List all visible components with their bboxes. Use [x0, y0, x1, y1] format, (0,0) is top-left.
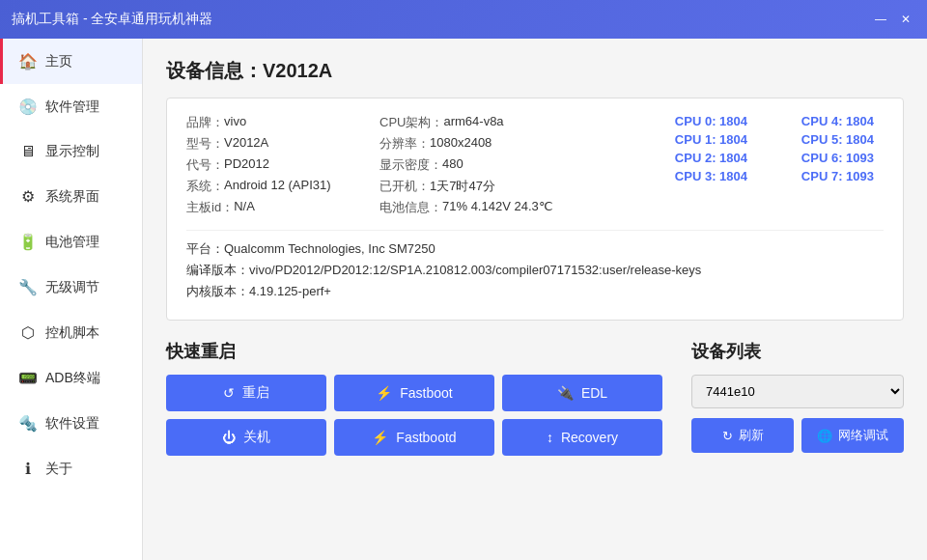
- sidebar-label-software: 软件管理: [45, 98, 99, 116]
- sidebar-item-about[interactable]: ℹ关于: [0, 446, 142, 491]
- main-layout: 🏠主页💿软件管理🖥显示控制⚙系统界面🔋电池管理🔧无级调节⬡控机脚本📟ADB终端🔩…: [0, 39, 927, 560]
- cpu-col-2: CPU 4: 1804CPU 5: 1804CPU 6: 1093CPU 7: …: [757, 114, 884, 220]
- software-icon: 💿: [18, 98, 38, 116]
- reboot-button[interactable]: ↺重启: [166, 375, 326, 411]
- reboot-label: 重启: [242, 384, 269, 402]
- device-select[interactable]: 7441e10: [691, 375, 904, 408]
- device-info-extra: 平台：Qualcomm Technologies, Inc SM7250 编译版…: [186, 230, 884, 300]
- device-field-right-row: 显示密度：480: [379, 156, 631, 174]
- quick-reboot-section: 快速重启 ↺重启⚡Fastboot🔌EDL⏻关机⚡Fastbootd↕Recov…: [166, 340, 662, 456]
- sidebar-item-script[interactable]: ⬡控机脚本: [0, 310, 142, 355]
- refresh-icon: ↻: [722, 429, 733, 443]
- sidebar-item-display[interactable]: 🖥显示控制: [0, 129, 142, 174]
- fastbootd-icon: ⚡: [372, 430, 388, 445]
- adb-icon: 📟: [18, 369, 38, 387]
- titlebar-title: 搞机工具箱 - 全安卓通用玩机神器: [12, 11, 212, 28]
- edl-icon: 🔌: [557, 385, 574, 401]
- device-info-card: 品牌：vivo型号：V2012A代号：PD2012系统：Android 12 (…: [166, 98, 904, 321]
- recovery-button[interactable]: ↕Recovery: [502, 419, 662, 456]
- edl-button[interactable]: 🔌EDL: [502, 375, 662, 411]
- device-fields-right: CPU架构：arm64-v8a分辨率：1080x2408显示密度：480已开机：…: [379, 114, 631, 220]
- sidebar-label-script: 控机脚本: [45, 324, 99, 342]
- cpu-row: CPU 4: 1804: [757, 114, 884, 128]
- sidebar-item-home[interactable]: 🏠主页: [0, 39, 142, 84]
- device-field-row: 代号：PD2012: [186, 156, 379, 174]
- cpu-row: CPU 6: 1093: [757, 151, 884, 165]
- fastboot-label: Fastboot: [400, 385, 452, 401]
- cpu-row: CPU 7: 1093: [757, 169, 884, 183]
- device-field-right-row: 分辨率：1080x2408: [379, 135, 631, 153]
- device-btn-row: ↻ 刷新 🌐 网络调试: [691, 418, 904, 453]
- quick-reboot-title: 快速重启: [166, 340, 662, 363]
- sidebar-label-home: 主页: [45, 53, 72, 70]
- cpu-col-1: CPU 0: 1804CPU 1: 1804CPU 2: 1804CPU 3: …: [631, 114, 757, 220]
- tweaks-icon: 🔧: [18, 278, 38, 296]
- device-field-right-row: CPU架构：arm64-v8a: [379, 114, 631, 131]
- recovery-label: Recovery: [561, 430, 618, 445]
- about-icon: ℹ: [18, 460, 38, 478]
- sidebar: 🏠主页💿软件管理🖥显示控制⚙系统界面🔋电池管理🔧无级调节⬡控机脚本📟ADB终端🔩…: [0, 39, 143, 560]
- fastboot-icon: ⚡: [376, 385, 392, 401]
- refresh-button[interactable]: ↻ 刷新: [691, 418, 794, 453]
- device-field-right-row: 电池信息：71% 4.142V 24.3℃: [379, 199, 631, 216]
- device-field-right-row: 已开机：1天7时47分: [379, 178, 631, 195]
- bottom-section: 快速重启 ↺重启⚡Fastboot🔌EDL⏻关机⚡Fastbootd↕Recov…: [166, 340, 904, 456]
- sidebar-item-settings[interactable]: 🔩软件设置: [0, 401, 142, 446]
- shutdown-label: 关机: [243, 429, 270, 446]
- device-fields-left: 品牌：vivo型号：V2012A代号：PD2012系统：Android 12 (…: [186, 114, 379, 220]
- titlebar: 搞机工具箱 - 全安卓通用玩机神器 — ✕: [0, 0, 927, 39]
- recovery-icon: ↕: [547, 430, 553, 445]
- cpu-row: CPU 2: 1804: [631, 151, 757, 165]
- sidebar-item-software[interactable]: 💿软件管理: [0, 84, 142, 129]
- sidebar-label-about: 关于: [45, 461, 72, 478]
- device-list-section: 设备列表 7441e10 ↻ 刷新 🌐 网络调试: [691, 340, 904, 456]
- refresh-label: 刷新: [739, 427, 764, 444]
- fastbootd-label: Fastbootd: [396, 430, 456, 445]
- reboot-icon: ↺: [223, 385, 235, 401]
- device-field-row: 型号：V2012A: [186, 135, 379, 153]
- cpu-row: CPU 1: 1804: [631, 132, 757, 147]
- sidebar-item-tweaks[interactable]: 🔧无级调节: [0, 265, 142, 310]
- edl-label: EDL: [581, 385, 607, 401]
- titlebar-left: 搞机工具箱 - 全安卓通用玩机神器: [12, 11, 212, 28]
- compiler-info: 编译版本：vivo/PD2012/PD2012:12/SP1A.210812.0…: [186, 262, 884, 279]
- fastbootd-button[interactable]: ⚡Fastbootd: [334, 419, 494, 456]
- shutdown-button[interactable]: ⏻关机: [166, 419, 326, 456]
- minimize-button[interactable]: —: [871, 10, 890, 29]
- platform-info: 平台：Qualcomm Technologies, Inc SM7250: [186, 240, 884, 258]
- device-field-row: 系统：Android 12 (API31): [186, 178, 379, 195]
- sidebar-label-adb: ADB终端: [45, 370, 100, 387]
- settings-icon: 🔩: [18, 414, 38, 433]
- display-icon: 🖥: [18, 143, 38, 160]
- script-icon: ⬡: [18, 323, 38, 342]
- device-field-row: 品牌：vivo: [186, 114, 379, 131]
- sidebar-label-battery: 电池管理: [45, 234, 99, 251]
- shutdown-icon: ⏻: [222, 430, 236, 445]
- sidebar-item-adb[interactable]: 📟ADB终端: [0, 355, 142, 401]
- reboot-btn-grid: ↺重启⚡Fastboot🔌EDL⏻关机⚡Fastbootd↕Recovery: [166, 375, 662, 456]
- close-button[interactable]: ✕: [896, 10, 915, 29]
- cpu-row: CPU 5: 1804: [757, 132, 884, 147]
- sidebar-label-system: 系统界面: [45, 188, 99, 206]
- fastboot-button[interactable]: ⚡Fastboot: [334, 375, 494, 411]
- network-debug-button[interactable]: 🌐 网络调试: [801, 418, 904, 453]
- sidebar-item-battery[interactable]: 🔋电池管理: [0, 219, 142, 265]
- system-icon: ⚙: [18, 187, 38, 206]
- device-info-title: 设备信息：V2012A: [166, 58, 904, 84]
- home-icon: 🏠: [18, 52, 38, 70]
- device-field-row: 主板id：N/A: [186, 199, 379, 216]
- device-list-title: 设备列表: [691, 340, 904, 363]
- sidebar-label-tweaks: 无级调节: [45, 279, 99, 296]
- sidebar-label-settings: 软件设置: [45, 415, 99, 433]
- cpu-row: CPU 3: 1804: [631, 169, 757, 183]
- network-label: 网络调试: [838, 427, 888, 444]
- network-icon: 🌐: [817, 429, 832, 443]
- kernel-info: 内核版本：4.19.125-perf+: [186, 283, 884, 300]
- sidebar-label-display: 显示控制: [45, 143, 99, 160]
- battery-icon: 🔋: [18, 233, 38, 251]
- sidebar-item-system[interactable]: ⚙系统界面: [0, 174, 142, 219]
- cpu-row: CPU 0: 1804: [631, 114, 757, 128]
- content-area: 设备信息：V2012A 品牌：vivo型号：V2012A代号：PD2012系统：…: [143, 39, 927, 560]
- titlebar-controls: — ✕: [871, 10, 915, 29]
